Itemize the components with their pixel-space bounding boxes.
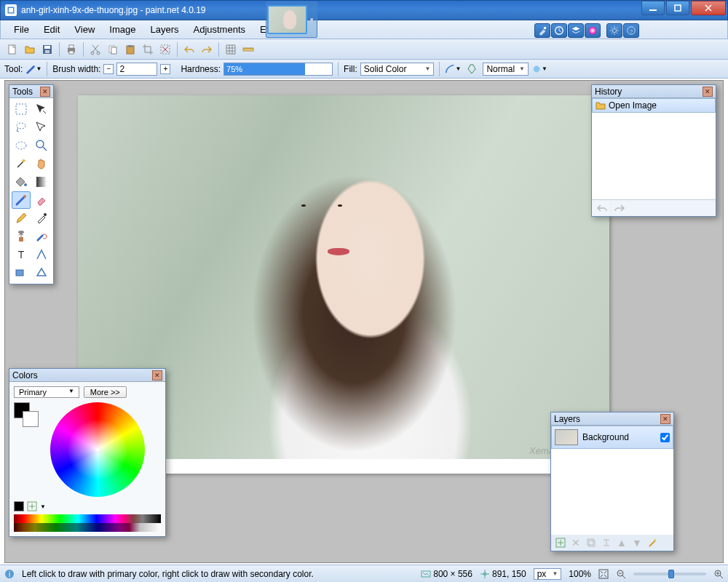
units-combo[interactable]: px▼	[534, 568, 562, 580]
layer-visibility-checkbox[interactable]	[660, 433, 670, 442]
history-panel[interactable]: History✕ Open Image	[591, 84, 716, 217]
brush-width-input[interactable]	[116, 63, 157, 76]
app-icon	[5, 4, 17, 16]
history-window-toggle[interactable]	[551, 23, 567, 38]
deselect-icon[interactable]	[157, 41, 173, 57]
gradient-tool[interactable]	[32, 173, 51, 191]
redo-icon[interactable]	[199, 41, 215, 57]
menu-view[interactable]: View	[67, 21, 102, 38]
tools-panel[interactable]: Tools✕ T	[9, 84, 54, 284]
more-button[interactable]: More >>	[84, 386, 127, 398]
rectangle-tool[interactable]	[12, 264, 31, 282]
palette-row-2[interactable]	[14, 523, 161, 532]
new-icon[interactable]	[4, 41, 20, 57]
fill-combo[interactable]: Solid Color▼	[360, 63, 435, 76]
color-wheel[interactable]	[50, 402, 145, 497]
tool-selector[interactable]: ▼	[25, 61, 41, 77]
blend-mode-combo[interactable]: Normal▼	[483, 63, 529, 76]
open-icon[interactable]	[22, 41, 38, 57]
crop-icon[interactable]	[140, 41, 156, 57]
titlebar: anh-girl-xinh-9x-de-thuong.jpg - paint.n…	[0, 0, 728, 20]
menu-image[interactable]: Image	[102, 21, 143, 38]
duplicate-layer-icon[interactable]	[585, 536, 598, 549]
colors-window-toggle[interactable]	[585, 23, 601, 38]
pan-tool[interactable]	[32, 155, 51, 172]
menu-layers[interactable]: Layers	[143, 21, 186, 38]
layer-down-icon[interactable]: ▼	[630, 536, 644, 549]
svg-point-27	[17, 123, 25, 129]
history-item[interactable]: Open Image	[592, 98, 716, 113]
layers-panel[interactable]: Layers✕ Background ✕ ▲ ▼	[550, 412, 674, 551]
layers-window-toggle[interactable]	[568, 23, 584, 38]
image-tab-thumb[interactable]	[267, 5, 307, 34]
history-redo-icon[interactable]	[614, 203, 625, 213]
antialias-icon[interactable]: ▼	[445, 61, 461, 77]
grid-icon[interactable]	[223, 41, 239, 57]
line-tool[interactable]	[32, 246, 51, 263]
brush-width-label: Brush width:	[52, 64, 100, 74]
menu-file[interactable]: File	[7, 21, 36, 38]
rect-select-tool[interactable]	[12, 100, 31, 118]
minimize-button[interactable]	[641, 1, 665, 15]
brush-width-increase[interactable]: +	[160, 64, 170, 74]
ruler-icon[interactable]	[240, 41, 256, 57]
copy-icon[interactable]	[105, 41, 121, 57]
text-tool[interactable]: T	[12, 246, 31, 263]
add-palette-icon[interactable]	[27, 501, 37, 511]
menu-adjustments[interactable]: Adjustments	[186, 21, 253, 38]
colors-title: Colors	[12, 370, 38, 380]
history-undo-icon[interactable]	[596, 203, 608, 213]
image-tabs: ▾	[266, 1, 317, 38]
overwrite-icon[interactable]: ▼	[531, 61, 547, 77]
maximize-button[interactable]	[666, 1, 689, 15]
shapes-tool[interactable]	[32, 264, 51, 282]
paste-icon[interactable]	[122, 41, 138, 57]
image-tab-menu[interactable]: ▾	[307, 5, 316, 34]
recolor-tool[interactable]	[32, 228, 51, 245]
cut-icon[interactable]	[87, 41, 103, 57]
zoom-in-icon[interactable]	[713, 569, 724, 579]
settings-icon[interactable]	[606, 23, 622, 38]
layers-close-icon[interactable]: ✕	[660, 414, 670, 424]
hardness-slider[interactable]: 75%	[223, 63, 333, 76]
layer-up-icon[interactable]: ▲	[615, 536, 628, 549]
close-button[interactable]	[691, 1, 726, 15]
clone-tool[interactable]	[12, 228, 31, 245]
ellipse-select-tool[interactable]	[12, 137, 31, 154]
save-icon[interactable]	[39, 41, 55, 57]
zoom-slider[interactable]	[633, 573, 706, 575]
colors-close-icon[interactable]: ✕	[152, 370, 162, 380]
paintbrush-tool[interactable]	[12, 191, 31, 209]
zoom-tool[interactable]	[32, 137, 51, 154]
pencil-tool[interactable]	[12, 210, 31, 227]
history-close-icon[interactable]: ✕	[703, 87, 713, 97]
fit-window-icon[interactable]	[598, 569, 609, 579]
color-picker-tool[interactable]	[32, 210, 51, 227]
blend-icon[interactable]	[464, 61, 480, 77]
merge-layer-icon[interactable]	[600, 536, 613, 549]
move-selection-tool[interactable]	[32, 100, 51, 118]
print-icon[interactable]	[63, 41, 79, 57]
tools-close-icon[interactable]: ✕	[40, 87, 50, 97]
delete-layer-icon[interactable]: ✕	[569, 536, 582, 549]
layer-thumbnail	[555, 429, 578, 445]
color-mode-combo[interactable]: Primary▼	[14, 386, 79, 398]
color-swatches[interactable]	[14, 402, 40, 428]
move-tool[interactable]	[32, 119, 51, 136]
menu-edit[interactable]: Edit	[36, 21, 67, 38]
layer-row[interactable]: Background	[551, 426, 673, 449]
status-hint: Left click to draw with primary color, r…	[22, 569, 314, 579]
zoom-out-icon[interactable]	[616, 569, 626, 579]
add-layer-icon[interactable]	[554, 536, 567, 549]
brush-width-decrease[interactable]: −	[103, 64, 114, 74]
eraser-tool[interactable]	[32, 191, 51, 209]
help-icon[interactable]: ?	[623, 23, 639, 38]
undo-icon[interactable]	[181, 41, 197, 57]
lasso-tool[interactable]	[12, 119, 31, 136]
tools-window-toggle[interactable]	[534, 23, 550, 38]
colors-panel[interactable]: Colors✕ Primary▼ More >> ▼	[9, 368, 166, 537]
palette-row-1[interactable]	[14, 514, 161, 523]
layer-properties-icon[interactable]	[646, 536, 659, 549]
fill-tool[interactable]	[12, 173, 31, 191]
magic-wand-tool[interactable]	[12, 155, 31, 172]
